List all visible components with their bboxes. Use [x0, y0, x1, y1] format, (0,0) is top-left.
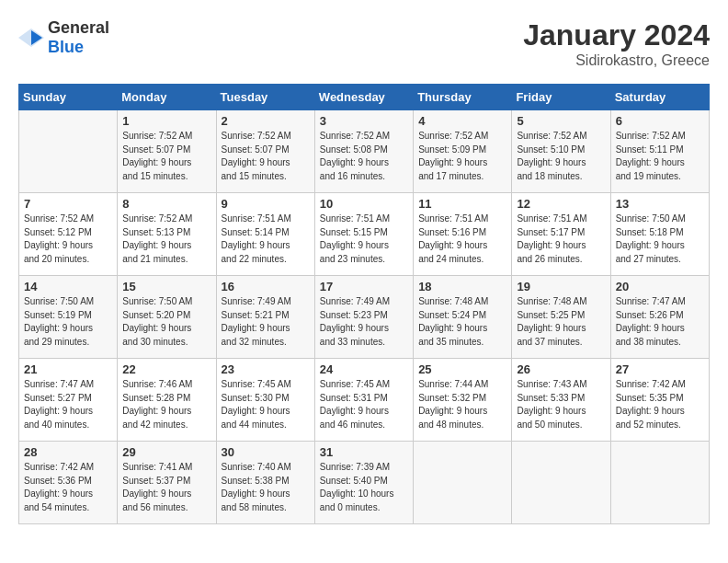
calendar-cell: [512, 442, 610, 524]
day-info: Sunrise: 7:45 AMSunset: 5:31 PMDaylight:…: [320, 378, 408, 431]
day-info-line: Sunset: 5:16 PM: [418, 227, 486, 237]
day-info-line: Daylight: 9 hours: [517, 157, 586, 167]
day-info-line: and 0 minutes.: [320, 502, 381, 512]
day-info-line: Daylight: 9 hours: [616, 240, 685, 250]
day-info-line: Sunrise: 7:48 AM: [517, 296, 586, 306]
day-info: Sunrise: 7:52 AMSunset: 5:12 PMDaylight:…: [24, 213, 112, 266]
day-info-line: Daylight: 9 hours: [122, 406, 191, 416]
day-info: Sunrise: 7:40 AMSunset: 5:38 PMDaylight:…: [222, 461, 310, 514]
day-info: Sunrise: 7:52 AMSunset: 5:11 PMDaylight:…: [616, 130, 704, 183]
day-info-line: Sunset: 5:10 PM: [517, 144, 585, 155]
day-number: 3: [320, 114, 408, 128]
weekday-header-wednesday: Wednesday: [314, 85, 413, 110]
calendar-cell: 3Sunrise: 7:52 AMSunset: 5:08 PMDaylight…: [314, 110, 413, 193]
day-info-line: and 33 minutes.: [320, 337, 385, 347]
day-info-line: Sunrise: 7:52 AM: [24, 213, 94, 224]
weekday-header-row: SundayMondayTuesdayWednesdayThursdayFrid…: [19, 85, 710, 110]
day-info: Sunrise: 7:47 AMSunset: 5:26 PMDaylight:…: [616, 295, 704, 349]
weekday-header-saturday: Saturday: [610, 85, 709, 110]
title-block: January 2024 Sidirokastro, Greece: [523, 18, 710, 69]
day-number: 2: [222, 114, 310, 128]
logo: General Blue: [18, 18, 109, 57]
calendar-cell: 17Sunrise: 7:49 AMSunset: 5:23 PMDayligh…: [314, 276, 413, 359]
calendar-cell: 20Sunrise: 7:47 AMSunset: 5:26 PMDayligh…: [610, 276, 709, 359]
day-info-line: Sunrise: 7:40 AM: [222, 462, 291, 472]
day-info: Sunrise: 7:48 AMSunset: 5:25 PMDaylight:…: [517, 295, 605, 349]
day-info-line: Sunset: 5:24 PM: [418, 310, 486, 320]
day-info-line: Sunset: 5:23 PM: [320, 310, 388, 320]
day-info-line: Daylight: 9 hours: [418, 240, 487, 250]
day-info-line: Daylight: 9 hours: [517, 323, 586, 333]
weekday-header-tuesday: Tuesday: [216, 85, 314, 110]
calendar-cell: 10Sunrise: 7:51 AMSunset: 5:15 PMDayligh…: [314, 193, 413, 276]
day-info-line: Sunrise: 7:50 AM: [122, 296, 192, 306]
calendar-cell: 12Sunrise: 7:51 AMSunset: 5:17 PMDayligh…: [512, 193, 610, 276]
calendar-cell: 30Sunrise: 7:40 AMSunset: 5:38 PMDayligh…: [216, 442, 314, 524]
day-info: Sunrise: 7:42 AMSunset: 5:36 PMDaylight:…: [24, 461, 112, 514]
day-info: Sunrise: 7:42 AMSunset: 5:35 PMDaylight:…: [616, 378, 704, 431]
day-number: 12: [517, 197, 605, 211]
day-info-line: Sunset: 5:33 PM: [517, 393, 585, 403]
day-number: 19: [517, 280, 605, 293]
weekday-header-monday: Monday: [118, 85, 216, 110]
day-info-line: Daylight: 9 hours: [222, 406, 290, 416]
day-info-line: and 37 minutes.: [517, 337, 582, 347]
logo-icon: [18, 29, 44, 47]
day-info-line: Daylight: 9 hours: [616, 323, 685, 333]
day-info-line: Sunset: 5:27 PM: [24, 393, 92, 403]
day-number: 30: [222, 445, 310, 459]
day-info-line: and 24 minutes.: [418, 254, 483, 264]
calendar-cell: 8Sunrise: 7:52 AMSunset: 5:13 PMDaylight…: [118, 193, 216, 276]
day-info-line: Sunrise: 7:42 AM: [616, 379, 686, 389]
calendar-cell: 25Sunrise: 7:44 AMSunset: 5:32 PMDayligh…: [414, 359, 512, 442]
day-info-line: Sunrise: 7:51 AM: [320, 213, 390, 224]
day-info-line: Daylight: 9 hours: [320, 323, 389, 333]
calendar-cell: 5Sunrise: 7:52 AMSunset: 5:10 PMDaylight…: [512, 110, 610, 193]
day-info-line: Daylight: 9 hours: [24, 406, 93, 416]
day-info-line: and 32 minutes.: [222, 337, 287, 347]
day-number: 17: [320, 280, 408, 293]
day-info-line: Sunset: 5:18 PM: [616, 227, 684, 237]
day-info: Sunrise: 7:52 AMSunset: 5:08 PMDaylight:…: [320, 130, 408, 183]
day-info: Sunrise: 7:51 AMSunset: 5:17 PMDaylight:…: [517, 213, 605, 266]
day-number: 31: [320, 445, 408, 459]
day-info-line: and 48 minutes.: [418, 419, 483, 430]
day-info-line: Daylight: 9 hours: [418, 406, 487, 416]
calendar-cell: [610, 442, 709, 524]
day-info-line: Sunset: 5:21 PM: [222, 310, 290, 320]
day-info: Sunrise: 7:43 AMSunset: 5:33 PMDaylight:…: [517, 378, 605, 431]
day-info-line: Daylight: 9 hours: [222, 157, 290, 167]
day-info: Sunrise: 7:41 AMSunset: 5:37 PMDaylight:…: [122, 461, 210, 514]
day-info-line: Daylight: 9 hours: [517, 240, 586, 250]
day-info-line: and 38 minutes.: [616, 337, 681, 347]
day-info: Sunrise: 7:45 AMSunset: 5:30 PMDaylight:…: [222, 378, 310, 431]
day-info: Sunrise: 7:52 AMSunset: 5:07 PMDaylight:…: [122, 130, 210, 183]
day-info-line: Sunrise: 7:45 AM: [320, 379, 390, 389]
day-info-line: Sunset: 5:37 PM: [122, 476, 190, 486]
day-info-line: and 29 minutes.: [24, 337, 89, 347]
day-info-line: Sunset: 5:14 PM: [222, 227, 290, 237]
day-number: 20: [616, 280, 704, 293]
week-row-4: 21Sunrise: 7:47 AMSunset: 5:27 PMDayligh…: [19, 359, 710, 442]
day-number: 1: [122, 114, 210, 128]
day-info-line: Sunrise: 7:47 AM: [24, 379, 94, 389]
day-info-line: Sunset: 5:38 PM: [222, 476, 290, 486]
logo-text: General Blue: [48, 18, 109, 57]
day-info-line: and 30 minutes.: [122, 337, 188, 347]
day-info-line: Sunrise: 7:50 AM: [24, 296, 94, 306]
day-info-line: and 15 minutes.: [222, 171, 287, 181]
day-number: 27: [616, 362, 704, 376]
week-row-3: 14Sunrise: 7:50 AMSunset: 5:19 PMDayligh…: [19, 276, 710, 359]
calendar-title: January 2024: [523, 18, 710, 52]
calendar-cell: 14Sunrise: 7:50 AMSunset: 5:19 PMDayligh…: [19, 276, 118, 359]
day-info-line: Daylight: 9 hours: [418, 323, 487, 333]
calendar-cell: 24Sunrise: 7:45 AMSunset: 5:31 PMDayligh…: [314, 359, 413, 442]
day-info-line: and 58 minutes.: [222, 502, 287, 512]
calendar-cell: 18Sunrise: 7:48 AMSunset: 5:24 PMDayligh…: [414, 276, 512, 359]
day-info: Sunrise: 7:47 AMSunset: 5:27 PMDaylight:…: [24, 378, 112, 431]
day-number: 5: [517, 114, 605, 128]
calendar-cell: 26Sunrise: 7:43 AMSunset: 5:33 PMDayligh…: [512, 359, 610, 442]
calendar-cell: 15Sunrise: 7:50 AMSunset: 5:20 PMDayligh…: [118, 276, 216, 359]
day-info-line: Sunrise: 7:52 AM: [418, 131, 488, 141]
day-info-line: Sunrise: 7:45 AM: [222, 379, 291, 389]
